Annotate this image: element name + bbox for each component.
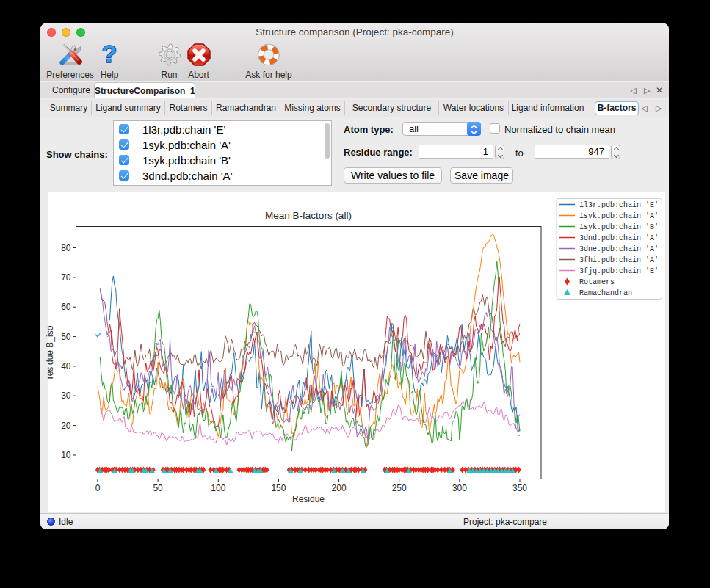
svg-text:Rotamers: Rotamers <box>579 278 615 286</box>
svg-text:20: 20 <box>61 421 71 431</box>
svg-text:1syk.pdb:chain 'B': 1syk.pdb:chain 'B' <box>579 223 659 231</box>
svg-text:Mean B-factors (all): Mean B-factors (all) <box>265 210 352 221</box>
svg-text:80: 80 <box>61 243 71 253</box>
svg-text:150: 150 <box>271 483 286 493</box>
svg-text:3dne.pdb:chain 'A': 3dne.pdb:chain 'A' <box>579 245 659 253</box>
svg-text:10: 10 <box>61 450 71 460</box>
svg-text:3fhi.pdb:chain 'A': 3fhi.pdb:chain 'A' <box>579 256 659 264</box>
svg-text:60: 60 <box>61 302 71 312</box>
svg-text:1syk.pdb:chain 'A': 1syk.pdb:chain 'A' <box>579 212 659 220</box>
svg-text:3fjq.pdb:chain 'E': 3fjq.pdb:chain 'E' <box>579 267 659 275</box>
svg-text:0: 0 <box>95 483 101 493</box>
svg-text:Ramachandran: Ramachandran <box>579 289 632 297</box>
svg-text:350: 350 <box>512 483 527 493</box>
svg-text:3dnd.pdb:chain 'A': 3dnd.pdb:chain 'A' <box>579 234 659 242</box>
svg-text:250: 250 <box>392 483 407 493</box>
svg-text:300: 300 <box>452 483 467 493</box>
svg-text:1l3r.pdb:chain 'E': 1l3r.pdb:chain 'E' <box>579 201 659 209</box>
svg-text:50: 50 <box>61 332 71 342</box>
svg-text:50: 50 <box>153 483 163 493</box>
svg-text:100: 100 <box>211 483 225 493</box>
svg-text:30: 30 <box>61 391 71 401</box>
svg-text:Residue: Residue <box>292 494 325 504</box>
svg-text:40: 40 <box>61 361 71 371</box>
svg-text:200: 200 <box>332 483 347 493</box>
svg-text:residue B_iso: residue B_iso <box>45 325 55 379</box>
svg-text:70: 70 <box>61 272 71 283</box>
